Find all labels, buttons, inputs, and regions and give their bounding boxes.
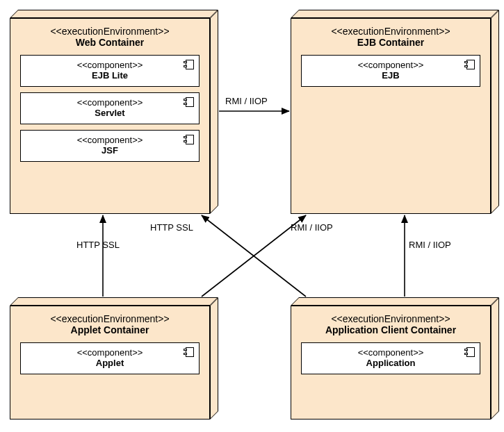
component-icon (184, 135, 195, 146)
component-ejb: <<component>> EJB (301, 55, 480, 87)
component-icon (464, 347, 475, 358)
web-container-title: Web Container (20, 37, 200, 48)
component-title: Servlet (26, 108, 193, 118)
component-title: EJB (307, 70, 474, 81)
web-container-front: <<executionEnvironment>> Web Container <… (10, 18, 210, 214)
applet-container-stereotype: <<executionEnvironment>> (20, 313, 200, 324)
label-appclient-to-ejb: RMI / IIOP (409, 240, 451, 250)
component-title: Applet (26, 358, 193, 368)
label-appclient-to-web: HTTP SSL (150, 222, 193, 233)
applet-container-title: Applet Container (20, 324, 200, 335)
appclient-container-title: Application Client Container (301, 324, 480, 335)
component-stereotype: <<component>> (26, 347, 193, 358)
applet-container-front: <<executionEnvironment>> Applet Containe… (10, 306, 210, 419)
web-container-stereotype: <<executionEnvironment>> (20, 26, 200, 37)
component-ejb-lite: <<component>> EJB Lite (20, 55, 200, 87)
component-stereotype: <<component>> (307, 60, 474, 70)
ejb-container-title: EJB Container (301, 37, 480, 48)
label-applet-to-web: HTTP SSL (76, 240, 120, 250)
component-stereotype: <<component>> (307, 347, 474, 358)
component-title: EJB Lite (26, 70, 193, 81)
label-web-to-ejb: RMI / IIOP (225, 96, 268, 106)
ejb-container-front: <<executionEnvironment>> EJB Container <… (291, 18, 491, 214)
appclient-container-stereotype: <<executionEnvironment>> (301, 313, 480, 324)
component-icon (184, 60, 195, 71)
component-title: Application (307, 358, 474, 368)
ejb-container-stereotype: <<executionEnvironment>> (301, 26, 480, 37)
component-jsf: <<component>> JSF (20, 130, 200, 162)
component-stereotype: <<component>> (26, 60, 193, 70)
component-icon (184, 347, 195, 358)
component-applet: <<component>> Applet (20, 342, 200, 374)
appclient-container-front: <<executionEnvironment>> Application Cli… (291, 306, 491, 419)
component-application: <<component>> Application (301, 342, 480, 374)
component-stereotype: <<component>> (26, 97, 193, 108)
label-applet-to-ejb: RMI / IIOP (291, 222, 333, 233)
component-servlet: <<component>> Servlet (20, 92, 200, 124)
component-icon (184, 97, 195, 108)
component-stereotype: <<component>> (26, 135, 193, 145)
component-title: JSF (26, 145, 193, 156)
component-icon (464, 60, 475, 71)
